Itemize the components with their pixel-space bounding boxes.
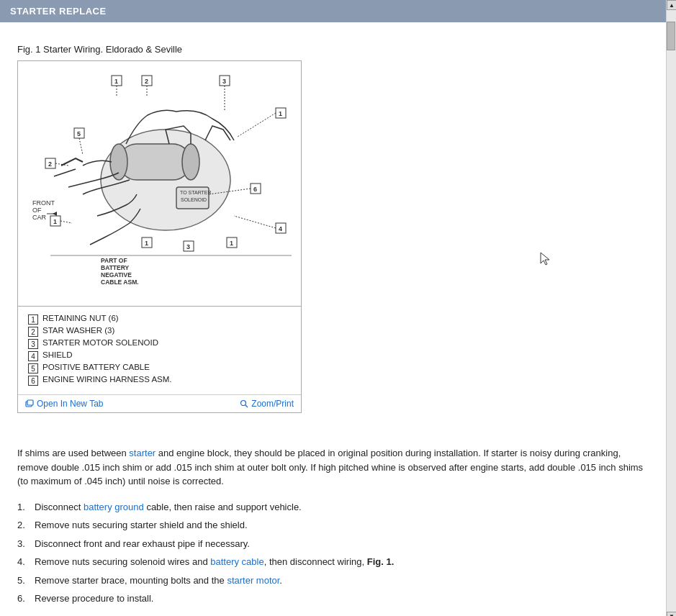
step-3-text: Disconnect front and rear exhaust pipe i… — [35, 537, 250, 551]
zoom-print-label: Zoom/Print — [251, 399, 294, 409]
svg-text:PART OF: PART OF — [101, 257, 127, 264]
legend-item: 5 POSITIVE BATTERY CABLE — [28, 363, 291, 373]
legend-num: 2 — [28, 327, 38, 337]
step-2-num: 2. — [17, 518, 30, 533]
step-4-text: Remove nuts securing solenoid wires and … — [35, 555, 394, 569]
legend-item: 1 RETAINING NUT (6) — [28, 314, 291, 325]
svg-text:2: 2 — [145, 78, 148, 85]
body-paragraph-container: If shims are used between starter and en… — [17, 446, 645, 489]
svg-text:FRONT: FRONT — [32, 199, 55, 207]
starter-link[interactable]: starter — [129, 448, 156, 458]
svg-text:1: 1 — [230, 240, 233, 247]
svg-text:1: 1 — [279, 110, 282, 117]
step-6-num: 6. — [17, 592, 30, 606]
svg-text:TO STARTER: TO STARTER — [180, 190, 212, 195]
step-6-text: Reverse procedure to install. — [35, 592, 153, 606]
svg-text:3: 3 — [222, 78, 226, 85]
legend-item: 4 SHIELD — [28, 350, 291, 361]
page-wrapper: STARTER REPLACE Fig. 1 Starter Wiring. E… — [0, 0, 676, 616]
scrollbar-thumb[interactable] — [667, 22, 675, 50]
wiring-diagram-svg: FRONT OF CAR TO ST — [25, 68, 292, 299]
svg-point-8 — [182, 144, 199, 180]
step-2: 2. Remove nuts securing starter shield a… — [17, 518, 645, 533]
svg-line-54 — [245, 405, 248, 408]
battery-cable-link[interactable]: battery cable — [210, 556, 263, 567]
page-title: STARTER REPLACE — [10, 6, 107, 17]
step-6: 6. Reverse procedure to install. — [17, 592, 645, 606]
legend-num: 6 — [28, 376, 38, 386]
diagram-image: FRONT OF CAR TO ST — [18, 61, 301, 306]
main-content: STARTER REPLACE Fig. 1 Starter Wiring. E… — [0, 0, 666, 616]
zoom-print-link[interactable]: Zoom/Print — [240, 399, 294, 409]
legend-text: STARTER MOTOR SOLENOID — [42, 338, 158, 347]
steps-list: 1. Disconnect battery ground cable, then… — [17, 500, 645, 606]
content-area: Fig. 1 Starter Wiring. Eldorado & Sevill… — [0, 22, 662, 616]
svg-text:BATTERY: BATTERY — [101, 264, 130, 271]
svg-text:OF: OF — [32, 207, 42, 214]
svg-text:3: 3 — [186, 243, 190, 250]
battery-ground-link[interactable]: battery ground — [84, 502, 144, 512]
legend-text: POSITIVE BATTERY CABLE — [42, 363, 150, 371]
page-header: STARTER REPLACE — [0, 0, 666, 22]
legend-num: 3 — [28, 339, 38, 349]
starter-motor-link[interactable]: starter motor — [227, 575, 279, 586]
scroll-down-arrow[interactable]: ▼ — [667, 612, 676, 617]
legend-item: 3 STARTER MOTOR SOLENOID — [28, 338, 291, 349]
step-3: 3. Disconnect front and rear exhaust pip… — [17, 537, 645, 551]
step-4-num: 4. — [17, 555, 30, 569]
open-tab-label: Open In New Tab — [37, 399, 104, 409]
svg-point-9 — [110, 144, 127, 180]
svg-rect-52 — [27, 400, 33, 405]
step-3-num: 3. — [17, 537, 30, 551]
svg-point-53 — [241, 401, 246, 406]
svg-text:6: 6 — [253, 186, 257, 193]
step-1-text: Disconnect battery ground cable, then ra… — [35, 500, 302, 515]
zoom-icon — [240, 399, 248, 408]
legend-items-container: 1 RETAINING NUT (6) 2 STAR WASHER (3) 3 … — [28, 314, 291, 386]
legend-text: SHIELD — [42, 350, 73, 359]
step-5-num: 5. — [17, 574, 30, 588]
diagram-footer: Open In New Tab Zoom/Print — [18, 394, 301, 412]
svg-text:1: 1 — [114, 78, 118, 85]
svg-text:CAR: CAR — [32, 214, 47, 221]
legend-num: 1 — [28, 314, 38, 325]
body-paragraph: If shims are used between starter and en… — [17, 446, 645, 489]
legend-item: 2 STAR WASHER (3) — [28, 326, 291, 337]
scroll-up-arrow[interactable]: ▲ — [667, 0, 676, 10]
legend-item: 6 ENGINE WIRING HARNESS ASM. — [28, 375, 291, 386]
step-1: 1. Disconnect battery ground cable, then… — [17, 500, 645, 515]
legend-text: STAR WASHER (3) — [42, 326, 114, 335]
legend-num: 4 — [28, 351, 38, 361]
legend-text: RETAINING NUT (6) — [42, 314, 119, 322]
legend-num: 5 — [28, 363, 38, 373]
svg-text:SOLENOID: SOLENOID — [181, 197, 207, 202]
fig1-bold: Fig. 1. — [367, 556, 395, 567]
svg-text:1: 1 — [53, 218, 57, 225]
step-4: 4. Remove nuts securing solenoid wires a… — [17, 555, 645, 569]
svg-text:NEGATIVE: NEGATIVE — [101, 271, 132, 278]
svg-rect-7 — [119, 144, 191, 180]
svg-text:2: 2 — [48, 160, 52, 168]
step-5-text: Remove starter brace, mounting bolts and… — [35, 574, 282, 588]
step-5: 5. Remove starter brace, mounting bolts … — [17, 574, 645, 588]
scrollbar[interactable]: ▲ ▼ — [666, 0, 676, 616]
figure-caption: Fig. 1 Starter Wiring. Eldorado & Sevill… — [17, 44, 645, 55]
step-2-text: Remove nuts securing starter shield and … — [35, 518, 248, 533]
svg-text:CABLE ASM.: CABLE ASM. — [101, 278, 139, 286]
open-in-tab-link[interactable]: Open In New Tab — [25, 399, 104, 409]
svg-text:5: 5 — [77, 130, 81, 137]
diagram-box: FRONT OF CAR TO ST — [17, 60, 302, 413]
legend-area: 1 RETAINING NUT (6) 2 STAR WASHER (3) 3 … — [18, 306, 301, 394]
legend-text: ENGINE WIRING HARNESS ASM. — [42, 375, 172, 384]
svg-text:1: 1 — [145, 240, 148, 247]
step-1-num: 1. — [17, 500, 30, 515]
svg-text:4: 4 — [279, 225, 282, 232]
open-tab-icon — [25, 399, 34, 408]
